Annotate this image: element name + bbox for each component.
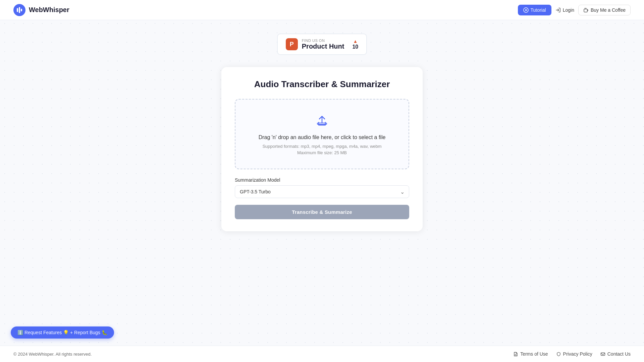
buy-coffee-button[interactable]: Buy Me a Coffee <box>578 5 631 15</box>
upload-icon <box>314 113 330 129</box>
contact-link[interactable]: Contact Us <box>600 351 631 357</box>
tutorial-button[interactable]: Tutorial <box>518 5 551 15</box>
login-icon <box>555 7 561 13</box>
transcribe-summarize-button[interactable]: Transcribe & Summarize <box>235 205 409 219</box>
svg-marker-5 <box>525 9 527 11</box>
dropzone-size-text: Maximum file size: 25 MB <box>297 150 347 155</box>
svg-rect-12 <box>601 353 605 355</box>
navbar: WebWhisper Tutorial Login Bu <box>0 0 644 20</box>
footer-links: Terms of Use Privacy Policy Contact Us <box>513 351 631 357</box>
footer: © 2024 WebWhisper. All rights reserved. … <box>0 346 644 362</box>
transcriber-card: Audio Transcriber & Summarizer Drag 'n' … <box>221 67 423 231</box>
webwhisper-logo-icon <box>13 4 25 16</box>
footer-copyright: © 2024 WebWhisper. All rights reserved. <box>13 352 92 357</box>
card-title: Audio Transcriber & Summarizer <box>235 79 409 89</box>
product-hunt-count: ▲ 10 <box>352 39 358 50</box>
svg-rect-3 <box>21 9 22 11</box>
nav-actions: Tutorial Login Buy Me a Coffee <box>518 5 631 15</box>
svg-rect-1 <box>17 8 18 12</box>
feedback-button[interactable]: ℹ️ Request Features 💡 + Report Bugs 🐛 <box>11 326 114 339</box>
svg-rect-2 <box>19 7 20 13</box>
document-icon <box>513 352 518 357</box>
upvote-arrow: ▲ <box>353 39 358 44</box>
product-hunt-banner[interactable]: P FIND US ON Product Hunt ▲ 10 <box>277 34 367 55</box>
product-hunt-text: FIND US ON Product Hunt <box>302 39 344 50</box>
privacy-link[interactable]: Privacy Policy <box>556 351 592 357</box>
login-button[interactable]: Login <box>555 7 574 13</box>
product-hunt-logo: P <box>286 38 298 50</box>
upvote-count: 10 <box>352 44 358 50</box>
mail-icon <box>600 352 605 357</box>
svg-rect-6 <box>584 9 587 12</box>
logo-text: WebWhisper <box>29 6 69 14</box>
shield-icon <box>556 352 561 357</box>
product-hunt-name: Product Hunt <box>302 43 344 50</box>
file-dropzone[interactable]: Drag 'n' drop an audio file here, or cli… <box>235 99 409 169</box>
find-us-label: FIND US ON <box>302 39 344 43</box>
main-content: P FIND US ON Product Hunt ▲ 10 Audio Tra… <box>0 20 644 258</box>
model-select[interactable]: GPT-3.5 Turbo GPT-4 GPT-4 Turbo <box>235 185 409 198</box>
dropzone-main-text: Drag 'n' drop an audio file here, or cli… <box>259 134 386 140</box>
logo-area: WebWhisper <box>13 4 69 16</box>
coffee-icon <box>583 7 589 13</box>
play-icon <box>523 7 529 13</box>
terms-link[interactable]: Terms of Use <box>513 351 548 357</box>
model-select-wrapper: GPT-3.5 Turbo GPT-4 GPT-4 Turbo ⌄ <box>235 185 409 198</box>
model-select-label: Summarization Model <box>235 177 409 183</box>
dropzone-formats-text: Supported formats: mp3, mp4, mpeg, mpga,… <box>262 144 381 149</box>
